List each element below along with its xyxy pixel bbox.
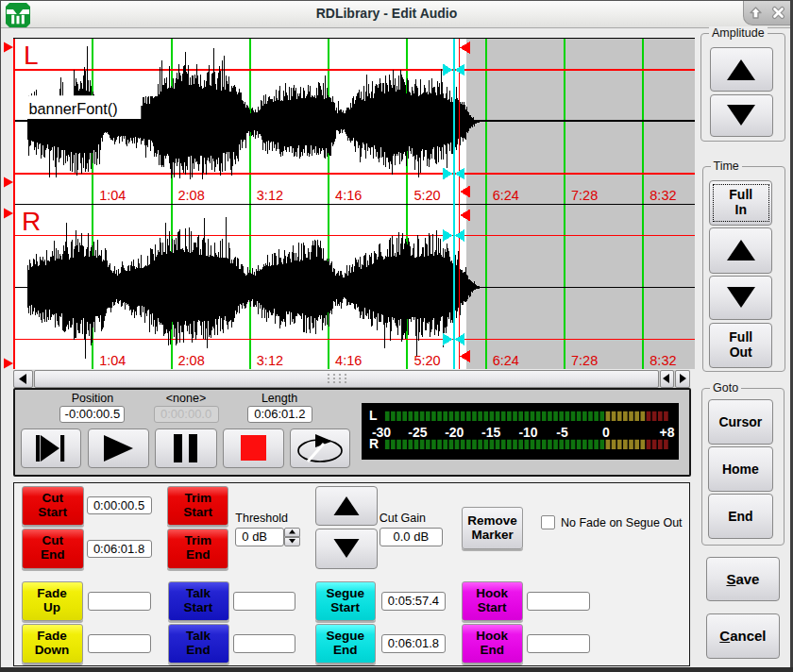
- svg-text:-10: -10: [518, 424, 537, 439]
- svg-text:5:20: 5:20: [413, 353, 440, 368]
- svg-text:2:08: 2:08: [178, 353, 205, 368]
- svg-text:6:24: 6:24: [493, 188, 519, 203]
- svg-text:1:04: 1:04: [99, 353, 126, 368]
- svg-text:-20: -20: [445, 424, 464, 439]
- svg-text:-25: -25: [408, 424, 427, 439]
- svg-text:0: 0: [602, 424, 610, 439]
- svg-text:8:32: 8:32: [650, 188, 676, 203]
- svg-text:1:04: 1:04: [99, 188, 126, 203]
- svg-text:3:12: 3:12: [257, 188, 283, 203]
- svg-text:2:08: 2:08: [178, 188, 205, 203]
- svg-text:3:12: 3:12: [257, 353, 283, 368]
- svg-text:-5: -5: [556, 424, 568, 439]
- svg-text:bannerFont(): bannerFont(): [29, 100, 118, 117]
- svg-text:-30: -30: [372, 424, 391, 439]
- svg-text:+8: +8: [660, 424, 675, 439]
- svg-text:4:16: 4:16: [335, 353, 362, 368]
- svg-text:8:32: 8:32: [650, 353, 676, 368]
- svg-text:5:20: 5:20: [413, 188, 440, 203]
- svg-text:4:16: 4:16: [335, 188, 362, 203]
- svg-text:L: L: [24, 41, 39, 70]
- svg-text:7:28: 7:28: [571, 353, 598, 368]
- svg-text:7:28: 7:28: [571, 188, 598, 203]
- svg-text:6:24: 6:24: [493, 353, 519, 368]
- svg-text:L: L: [369, 408, 378, 423]
- svg-text:R: R: [22, 207, 41, 236]
- svg-text:-15: -15: [481, 424, 500, 439]
